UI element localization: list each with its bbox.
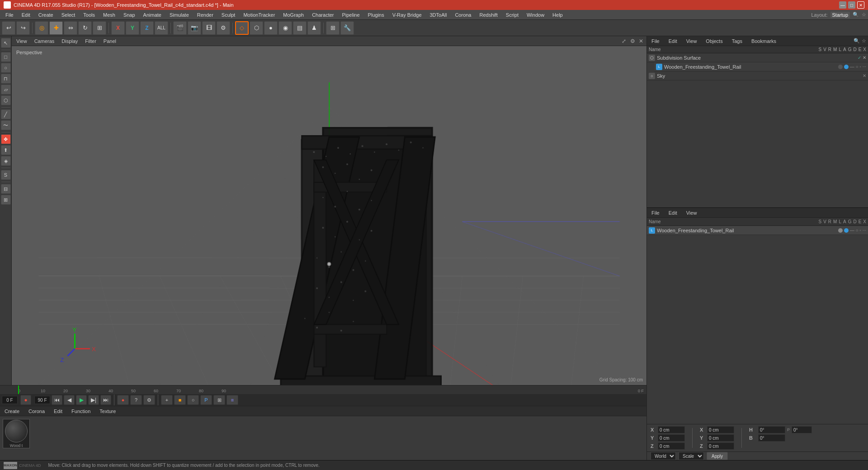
menu-tools[interactable]: Tools: [80, 11, 99, 19]
next-frame-btn[interactable]: ▶|: [88, 395, 99, 405]
texture-mode[interactable]: ⬡: [250, 21, 263, 35]
y-size-input[interactable]: [707, 434, 734, 442]
layout-star[interactable]: ☆: [862, 12, 866, 18]
menu-snap[interactable]: Snap: [120, 11, 139, 19]
key-orange-btn[interactable]: ■: [174, 395, 186, 405]
move-tool[interactable]: ✚: [49, 21, 63, 35]
om-search-icon[interactable]: 🔍: [854, 38, 860, 44]
key-btn[interactable]: +: [161, 395, 173, 405]
z-pos-input[interactable]: [658, 442, 685, 450]
y-axis-btn[interactable]: Y: [126, 21, 139, 35]
z-size-input[interactable]: [707, 442, 734, 450]
menu-mesh[interactable]: Mesh: [99, 11, 119, 19]
key-circle-btn[interactable]: ○: [187, 395, 199, 405]
motion-clip[interactable]: ▤: [293, 21, 307, 35]
om-item-subdivision[interactable]: ⬡ Subdivision Surface ✓ ✕: [647, 53, 868, 62]
om-view-menu[interactable]: View: [684, 38, 700, 45]
menu-select[interactable]: Select: [58, 11, 79, 19]
scale-tool[interactable]: ⇔: [64, 21, 77, 35]
grid-btn[interactable]: ⊞: [326, 21, 340, 35]
om-bookmarks-menu[interactable]: Bookmarks: [749, 38, 779, 45]
render-settings[interactable]: ⚙: [217, 21, 230, 35]
menu-help[interactable]: Help: [549, 11, 566, 19]
render-all[interactable]: 🎞: [202, 21, 216, 35]
om-file-menu[interactable]: File: [649, 38, 662, 45]
om-item-towel-rail[interactable]: L Wooden_Freestanding_Towel_Rail — ○ ◦ ·…: [654, 62, 868, 71]
close-button[interactable]: ✕: [857, 1, 864, 9]
all-axis-btn[interactable]: ALL: [155, 21, 168, 35]
key-p-btn[interactable]: P: [200, 395, 212, 405]
om-item-sky[interactable]: ○ Sky ✕: [647, 71, 868, 80]
maximize-button[interactable]: □: [848, 1, 855, 9]
vp-panel-menu[interactable]: Panel: [101, 38, 119, 45]
plane-tool[interactable]: ▱: [1, 85, 11, 94]
line-tool[interactable]: ╱: [1, 109, 11, 119]
attr-edit-menu[interactable]: Edit: [666, 209, 680, 216]
move-left-tool[interactable]: ✥: [1, 134, 11, 144]
attr-file-menu[interactable]: File: [649, 209, 662, 216]
go-start-btn[interactable]: ⏮: [52, 395, 62, 405]
mat-edit-menu[interactable]: Edit: [51, 408, 65, 415]
menu-create[interactable]: Create: [35, 11, 57, 19]
render-preview-btn[interactable]: ●: [117, 395, 129, 405]
question-btn[interactable]: ?: [130, 395, 142, 405]
menu-redshift[interactable]: Redshift: [476, 11, 501, 19]
y-pos-input[interactable]: [658, 434, 685, 442]
menu-edit[interactable]: Edit: [18, 11, 34, 19]
vp-close-icon[interactable]: ✕: [637, 38, 645, 45]
h-input[interactable]: [758, 426, 785, 433]
z-axis-btn[interactable]: Z: [140, 21, 154, 35]
menu-vray[interactable]: V-Ray Bridge: [389, 11, 425, 19]
menu-motion-tracker[interactable]: MotionTracker: [240, 11, 278, 19]
go-end-btn[interactable]: ⏭: [100, 395, 111, 405]
menu-file[interactable]: File: [2, 11, 17, 19]
mat-create-menu[interactable]: Create: [2, 408, 22, 415]
om-objects-menu[interactable]: Objects: [703, 38, 725, 45]
snap-btn[interactable]: 🔧: [340, 21, 354, 35]
menu-animate[interactable]: Animate: [140, 11, 165, 19]
prev-frame-btn[interactable]: ◀: [64, 395, 75, 405]
render-region[interactable]: 🎬: [173, 21, 187, 35]
menu-mograph[interactable]: MoGraph: [279, 11, 307, 19]
transform-tool[interactable]: ⊞: [93, 21, 106, 35]
menu-character[interactable]: Character: [308, 11, 337, 19]
viewport-3d[interactable]: Perspective: [12, 46, 646, 385]
om-tags-menu[interactable]: Tags: [729, 38, 745, 45]
material-preview[interactable]: Wood t: [3, 419, 30, 448]
undo-button[interactable]: ↩: [2, 21, 15, 35]
menu-plugins[interactable]: Plugins: [364, 11, 388, 19]
x-size-input[interactable]: [707, 426, 734, 433]
menu-3dtoall[interactable]: 3DToAll: [426, 11, 451, 19]
cube-tool[interactable]: □: [1, 52, 11, 62]
scale-dropdown[interactable]: Scale: [679, 452, 704, 460]
vp-view-menu[interactable]: View: [14, 38, 30, 45]
redo-button[interactable]: ↪: [16, 21, 30, 35]
minimize-button[interactable]: —: [839, 1, 846, 9]
mat-function-menu[interactable]: Function: [69, 408, 93, 415]
model-mode[interactable]: ◇: [235, 21, 249, 35]
end-frame-input[interactable]: [34, 396, 50, 404]
settings-anim-btn[interactable]: ⚙: [143, 395, 155, 405]
spline-tool[interactable]: 〜: [1, 120, 11, 130]
sphere-tool[interactable]: ○: [1, 63, 11, 73]
bevel-tool[interactable]: ◈: [1, 156, 11, 166]
record-btn[interactable]: ●: [20, 395, 31, 405]
key-timeline-btn[interactable]: ≡: [226, 395, 238, 405]
om-edit-menu[interactable]: Edit: [666, 38, 680, 45]
paint-left-tool[interactable]: S: [1, 170, 11, 180]
cylinder-tool[interactable]: ⊓: [1, 74, 11, 84]
character-mode[interactable]: ♟: [307, 21, 321, 35]
vp-filter-menu[interactable]: Filter: [82, 38, 99, 45]
x-axis-btn[interactable]: X: [111, 21, 125, 35]
paint-mode[interactable]: ●: [264, 21, 278, 35]
menu-simulate[interactable]: Simulate: [166, 11, 193, 19]
play-btn[interactable]: ▶: [76, 395, 87, 405]
world-dropdown[interactable]: World: [651, 452, 676, 460]
menu-pipeline[interactable]: Pipeline: [338, 11, 363, 19]
mat-texture-menu[interactable]: Texture: [97, 408, 118, 415]
menu-sculpt[interactable]: Sculpt: [218, 11, 239, 19]
menu-corona[interactable]: Corona: [451, 11, 475, 19]
pointer-tool[interactable]: ↖: [1, 38, 11, 48]
x-pos-input[interactable]: [658, 426, 685, 433]
key-grid-btn[interactable]: ⊞: [213, 395, 225, 405]
